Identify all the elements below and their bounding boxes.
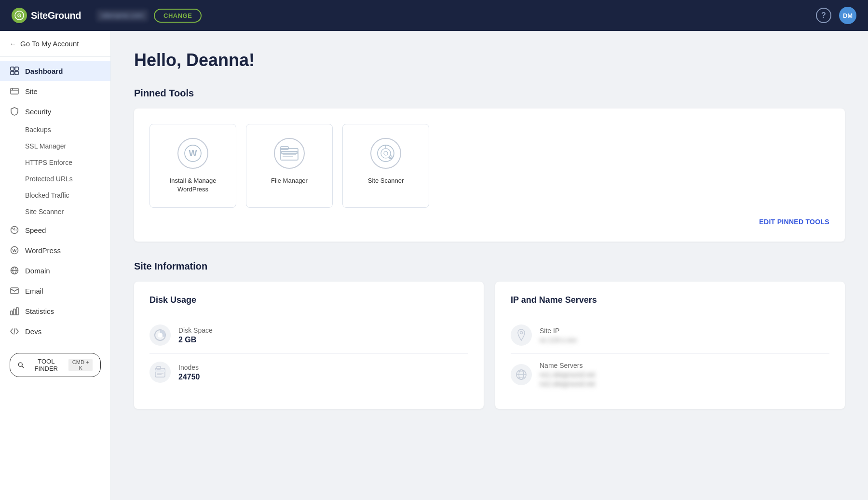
svg-point-31 — [384, 151, 388, 155]
tool-card-file-manager[interactable]: File Manager — [246, 124, 333, 208]
logo-icon: G — [12, 8, 27, 23]
logo-text: SiteGround — [31, 10, 81, 21]
change-button[interactable]: CHANGE — [154, 9, 202, 23]
sidebar-item-label: Speed — [25, 226, 46, 234]
wordpress-icon: W — [10, 245, 19, 255]
devs-icon — [10, 326, 19, 336]
help-button[interactable]: ? — [816, 8, 831, 23]
ip-title: IP and Name Servers — [511, 295, 829, 305]
inodes-label: Inodes — [178, 364, 200, 371]
search-icon — [18, 362, 24, 368]
site-ip-row: Site IP xx.119.x.xxx — [511, 317, 829, 354]
edit-pinned-tools-area: EDIT PINNED TOOLS — [149, 217, 829, 226]
svg-text:W: W — [13, 248, 17, 253]
site-info-title: Site Information — [134, 261, 845, 272]
sidebar-item-label: Email — [25, 287, 43, 295]
pinned-tools-card: W Install & Manage WordPress — [134, 108, 845, 242]
tool-card-site-scanner[interactable]: Site Scanner — [342, 124, 429, 208]
disk-space-value: 2 GB — [178, 336, 213, 344]
svg-rect-2 — [11, 67, 14, 70]
site-icon — [10, 86, 19, 96]
user-avatar[interactable]: DM — [839, 7, 856, 24]
tool-label: Site Scanner — [368, 176, 404, 185]
back-to-account[interactable]: ← Go To My Account — [0, 31, 110, 57]
sidebar-item-email[interactable]: Email — [0, 281, 110, 301]
site-info-grid: Disk Usage Disk Space 2 GB — [134, 282, 845, 409]
edit-pinned-tools-link[interactable]: EDIT PINNED TOOLS — [759, 218, 829, 226]
statistics-icon — [10, 306, 19, 316]
name-servers-row: Name Servers ns1.siteground.net ns2.site… — [511, 354, 829, 395]
dashboard-icon — [10, 66, 19, 76]
sidebar-item-devs[interactable]: Devs — [0, 321, 110, 341]
svg-rect-5 — [15, 71, 18, 75]
svg-point-36 — [158, 333, 163, 338]
sidebar-nav: Dashboard Site — [0, 57, 110, 345]
speed-icon — [10, 225, 19, 235]
tool-finder-label: TOOL FINDER — [27, 358, 65, 372]
sidebar-item-site-scanner-sub[interactable]: Site Scanner — [0, 203, 110, 220]
svg-rect-38 — [155, 370, 165, 372]
email-icon — [10, 286, 19, 296]
disk-space-row: Disk Space 2 GB — [149, 317, 468, 354]
back-label: Go To My Account — [20, 40, 79, 48]
svg-text:W: W — [189, 149, 197, 158]
svg-point-34 — [390, 157, 391, 158]
sidebar-item-label: WordPress — [25, 246, 61, 255]
ip-name-servers-card: IP and Name Servers Site IP xx.119.x.xxx — [495, 282, 845, 409]
tool-finder-button[interactable]: TOOL FINDER CMD + K — [10, 353, 101, 377]
sidebar-item-speed[interactable]: Speed — [0, 220, 110, 240]
sidebar-item-backups[interactable]: Backups — [0, 122, 110, 138]
sidebar-item-ssl[interactable]: SSL Manager — [0, 138, 110, 154]
svg-rect-25 — [282, 151, 297, 153]
sidebar-item-blocked-traffic[interactable]: Blocked Traffic — [0, 187, 110, 203]
svg-rect-18 — [16, 308, 18, 315]
sidebar-item-label: Domain — [25, 267, 50, 275]
sidebar-item-https[interactable]: HTTPS Enforce — [0, 154, 110, 171]
disk-space-icon — [149, 324, 171, 346]
site-ip-value: xx.119.x.xxx — [540, 336, 577, 344]
inodes-icon — [149, 362, 171, 383]
sidebar-item-label: Site — [25, 87, 38, 95]
svg-rect-28 — [281, 147, 288, 149]
sidebar-item-label: Security — [25, 108, 51, 116]
sidebar-item-protected-urls[interactable]: Protected URLs — [0, 171, 110, 187]
disk-space-label: Disk Space — [178, 326, 213, 334]
main-content: Hello, Deanna! Pinned Tools W Install & … — [111, 31, 868, 500]
svg-text:G: G — [17, 13, 22, 18]
sidebar-item-security[interactable]: Security — [0, 101, 110, 122]
pinned-tools-grid: W Install & Manage WordPress — [149, 124, 829, 208]
nav-right: ? DM — [816, 7, 856, 24]
svg-rect-3 — [15, 67, 18, 70]
logo[interactable]: G SiteGround — [12, 8, 81, 23]
name-servers-info: Name Servers ns1.siteground.net ns2.site… — [540, 362, 595, 388]
svg-rect-15 — [11, 288, 18, 294]
sidebar-item-statistics[interactable]: Statistics — [0, 301, 110, 321]
tool-finder-shortcut: CMD + K — [68, 359, 93, 371]
inodes-row: Inodes 24750 — [149, 354, 468, 391]
sidebar-item-wordpress[interactable]: W WordPress — [0, 240, 110, 260]
tool-label: File Manager — [271, 176, 308, 185]
svg-line-21 — [22, 366, 23, 367]
svg-line-19 — [14, 328, 15, 334]
security-icon — [10, 107, 19, 116]
site-url: sitename.com — [96, 10, 148, 21]
tool-label: Install & Manage WordPress — [160, 176, 226, 194]
site-ip-icon — [511, 324, 532, 346]
sidebar: ← Go To My Account Dashboard — [0, 31, 111, 500]
name-server-2: ns2.siteground.net — [540, 380, 595, 388]
tool-card-wordpress[interactable]: W Install & Manage WordPress — [149, 124, 236, 208]
page-greeting: Hello, Deanna! — [134, 50, 845, 70]
disk-usage-title: Disk Usage — [149, 295, 468, 305]
sidebar-item-site[interactable]: Site — [0, 81, 110, 101]
svg-rect-41 — [157, 366, 161, 369]
wordpress-tool-icon: W — [177, 138, 208, 169]
back-arrow-icon: ← — [10, 40, 16, 48]
sidebar-item-label: Statistics — [25, 307, 54, 315]
site-ip-info: Site IP xx.119.x.xxx — [540, 327, 577, 344]
sidebar-item-domain[interactable]: Domain — [0, 260, 110, 281]
main-layout: ← Go To My Account Dashboard — [0, 31, 868, 500]
name-server-1: ns1.siteground.net — [540, 371, 595, 378]
sidebar-item-dashboard[interactable]: Dashboard — [0, 61, 110, 81]
pinned-tools-title: Pinned Tools — [134, 88, 845, 99]
site-scanner-tool-icon — [370, 138, 401, 169]
